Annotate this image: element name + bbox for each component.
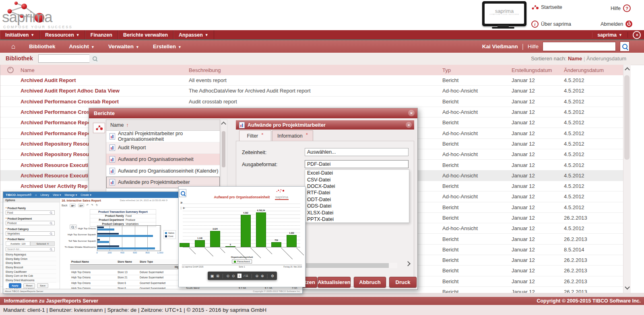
- zeiteinheit-select[interactable]: Auswählen...: [305, 148, 409, 156]
- report-name-link[interactable]: Archived User Activity Rep: [21, 183, 87, 189]
- table-row[interactable]: Archived Audit Report Adhoc Data ViewThe…: [0, 86, 623, 96]
- format-option[interactable]: Excel-Datei: [305, 170, 409, 176]
- dialog-button-aktualisieren[interactable]: Aktualisieren: [318, 277, 351, 288]
- report-name-link[interactable]: Archived Performance Repo: [21, 119, 91, 126]
- toolbar-hilfe-link[interactable]: Hilfe: [528, 43, 539, 49]
- menu-item-anpassen[interactable]: Anpassen▼: [173, 30, 214, 39]
- format-option[interactable]: ODS-Datei: [305, 203, 409, 209]
- toolbar-item-ansicht[interactable]: Ansicht▼: [69, 43, 95, 49]
- bar-value-label: 3.024: [207, 228, 223, 230]
- row-modified-cell: 4.5.2012: [564, 173, 623, 179]
- library-subheader: Bibliothek Sortieren nach: Name | Änderu…: [0, 53, 644, 65]
- tab-filter[interactable]: Filter ×: [239, 130, 271, 141]
- close-icon[interactable]: ×: [408, 110, 415, 116]
- row-type-cell: Bericht: [442, 162, 512, 168]
- tab-close-icon[interactable]: ×: [261, 132, 263, 136]
- scroll-up-icon[interactable]: [221, 121, 226, 127]
- scrollbar-thumb[interactable]: [624, 75, 630, 160]
- menu-item-berichte-verwalten[interactable]: Berichte verwalten: [118, 30, 173, 39]
- scroll-down-icon[interactable]: [625, 284, 630, 290]
- expand-panel-icon[interactable]: »: [406, 122, 412, 128]
- collapse-header-icon[interactable]: »: [633, 31, 641, 39]
- scroll-right-icon[interactable]: [405, 261, 411, 266]
- report-name-link[interactable]: Archived Audit Report: [21, 77, 76, 83]
- dialog-titlebar[interactable]: Berichte ×: [89, 108, 417, 118]
- row-type-cell: Bericht: [442, 204, 512, 210]
- report-name-link[interactable]: Archived Resource Executi: [21, 173, 88, 179]
- format-option[interactable]: RTF-Datei: [305, 189, 409, 196]
- redo-icon: ↷: [91, 204, 93, 207]
- report-list-item[interactable]: Audit Report: [106, 142, 220, 154]
- report-list-item[interactable]: Aufwand pro Organisationseinheit: [106, 154, 220, 165]
- sort-by-date[interactable]: Änderungsdatum: [586, 56, 626, 62]
- report-name-link[interactable]: Archived Audit Report Adhoc Data View: [21, 88, 120, 94]
- product-item: Ebony Broccoli: [6, 266, 56, 270]
- format-option[interactable]: PPTX-Datei: [305, 216, 409, 222]
- library-filter-input[interactable]: [38, 54, 90, 63]
- dialog-button-abbruch[interactable]: Abbruch: [354, 277, 386, 288]
- library-filter-button[interactable]: [89, 54, 100, 63]
- ausgabeformat-select[interactable]: PDF-Datei: [305, 160, 409, 168]
- scrollbar-thumb[interactable]: [306, 263, 389, 268]
- page-down-icon: ⊙: [232, 274, 235, 278]
- table-row[interactable]: Archived Performance Crosstab ReportAudi…: [0, 97, 623, 107]
- col-name[interactable]: Name: [21, 67, 189, 73]
- chart-bar: [287, 235, 297, 247]
- page-number: 1: [237, 274, 242, 278]
- row-type-cell: Bericht: [442, 119, 512, 126]
- panel-hscrollbar[interactable]: [305, 263, 397, 268]
- ueber-saprima-link[interactable]: i Über saprima: [531, 21, 571, 28]
- menu-item-ressourcen[interactable]: Ressourcen▼: [40, 30, 85, 39]
- format-dropdown: Excel-DateiCSV-DateiDOCX-DateiRTF-DateiO…: [305, 169, 409, 223]
- report-name-link[interactable]: Archived Repository Resou: [21, 151, 89, 157]
- col-erstellungsdatum[interactable]: Erstellungsdatum: [512, 67, 564, 73]
- toolbar-item-verwalten[interactable]: Verwalten▼: [108, 43, 139, 49]
- dialog-button-druck[interactable]: Druck: [389, 277, 417, 288]
- col-aenderungsdatum[interactable]: Änderungsdatum: [564, 67, 623, 73]
- home-icon[interactable]: ⌂: [11, 43, 15, 51]
- report-name-link[interactable]: Archived Resource Executi: [21, 162, 88, 168]
- report-name-link[interactable]: Archived Repository Resou: [21, 141, 89, 147]
- page-up-icon: ⊙: [227, 274, 230, 278]
- report-name-link[interactable]: Archived Performance Crosstab Report: [21, 99, 119, 105]
- table-col: Store Type: [138, 260, 185, 263]
- col-typ[interactable]: Typ: [442, 67, 512, 73]
- menu-item-finanzen[interactable]: Finanzen: [85, 30, 118, 39]
- report-list-header[interactable]: Name ↑: [106, 120, 220, 131]
- report-name-link[interactable]: Archived Performance Repo: [21, 130, 91, 136]
- summary-table: Product Transaction Summary Report Produ…: [90, 209, 156, 227]
- row-created-cell: Januar 12: [512, 119, 564, 126]
- format-option[interactable]: XLSX-Datei: [305, 209, 409, 216]
- global-search-button[interactable]: [620, 41, 630, 51]
- report-list-item[interactable]: Anzahl Projektmitarbeiter pro Organisati…: [106, 131, 220, 142]
- format-option[interactable]: DOCX-Datei: [305, 183, 409, 189]
- footer-info-link[interactable]: Informationen zu JasperReports Server: [4, 298, 98, 304]
- search-icon: [50, 222, 52, 224]
- hilfe-link[interactable]: Hilfe ?: [611, 4, 631, 12]
- footer-center: Seite 1: [182, 266, 302, 268]
- sort-by-name[interactable]: Name: [568, 56, 582, 62]
- format-option[interactable]: ODT-Datei: [305, 196, 409, 203]
- undo-icon: ↶: [87, 204, 89, 207]
- format-option[interactable]: CSV-Datei: [305, 176, 409, 183]
- table-scrollbar[interactable]: [623, 65, 631, 293]
- chart-axis: 02004006008001,000: [97, 251, 165, 255]
- table-row[interactable]: Archived Audit ReportAll events reportBe…: [0, 75, 623, 86]
- col-beschreibung[interactable]: Beschreibung: [189, 67, 442, 73]
- report-name-link[interactable]: Archived Performance Cros: [21, 109, 90, 115]
- scroll-up-icon[interactable]: [625, 67, 630, 72]
- toolbar-item-bibliothek[interactable]: Bibliothek: [29, 43, 55, 49]
- abmelden-link[interactable]: Abmelden: [601, 21, 632, 27]
- menu-item-saprima[interactable]: saprima ▼: [592, 32, 628, 38]
- startseite-link[interactable]: Startseite: [531, 4, 562, 10]
- toolbar-item-erstellen[interactable]: Erstellen▼: [153, 43, 182, 49]
- global-search-input[interactable]: [543, 42, 616, 51]
- power-icon: [625, 21, 632, 27]
- menu-item-initiativen[interactable]: Initiativen▼: [0, 30, 40, 39]
- user-name[interactable]: Kai Vießmann: [482, 43, 518, 49]
- scrollbar-thumb[interactable]: [222, 131, 225, 167]
- sort-label: Sortieren nach:: [531, 56, 566, 62]
- tab-close-icon[interactable]: ×: [306, 132, 308, 136]
- tab-information[interactable]: Information ×: [272, 130, 313, 141]
- report-list-item[interactable]: Aufwand pro Organisationseinheit (Kalend…: [106, 165, 220, 177]
